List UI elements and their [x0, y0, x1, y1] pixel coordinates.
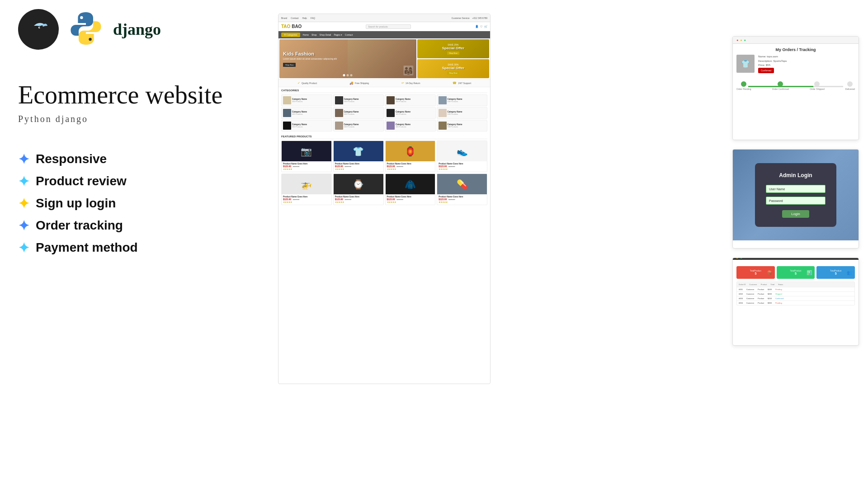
cat-item[interactable]: Category Name 100 Products — [437, 94, 488, 106]
mockup-search-bar[interactable]: Search for products — [366, 24, 411, 29]
cat-item[interactable]: Category Name 100 Products — [333, 120, 384, 131]
subtitle: Python django — [18, 114, 88, 124]
feature-signup: ✦ Sign up login — [18, 196, 138, 211]
cat-item[interactable]: Category Name 100 Products — [385, 120, 436, 131]
stat-3: TotalProduct 5 👥 — [816, 266, 855, 279]
mockup-topnav: Brand Contact Help FAQ — [281, 17, 315, 19]
admin-password-input[interactable]: Password — [766, 197, 826, 205]
bird-icon — [25, 16, 52, 43]
table-row: #004 Customer Product $300 Pending — [737, 300, 854, 305]
nav-contact[interactable]: Contact — [345, 33, 353, 36]
cat-item[interactable]: Category Name 100 Products — [437, 107, 488, 119]
admin-username-input[interactable]: User Name — [766, 185, 826, 193]
product-old-price: $123.00 — [448, 165, 455, 168]
feature-label-payment: Payment method — [36, 240, 138, 255]
product-card[interactable]: 👟 Product Name Goes Here $123.00 $123.00… — [437, 141, 487, 172]
main-banner-btn[interactable]: Shop Now — [283, 63, 296, 67]
screenshot-controls: ● ● ● — [733, 37, 859, 44]
cat-info: Category Name 100 Products — [292, 111, 307, 115]
product-stars: ★★★★★ — [283, 168, 330, 170]
step-label-4: Delivered — [845, 88, 855, 90]
product-old-price: $123.00 — [293, 165, 299, 168]
mockup-account: Customer Service +012 345 6789 — [452, 17, 487, 19]
admin-login-button[interactable]: Login — [782, 210, 809, 218]
cat-item[interactable]: Category Name 100 Products — [437, 120, 488, 131]
col-product: Product — [761, 283, 767, 286]
product-card[interactable]: ⌚ Product Name Goes Here $123.00 $123.00… — [333, 174, 384, 205]
cat-count: 100 Products — [396, 113, 410, 115]
cat-count: 100 Products — [448, 113, 462, 115]
product-card[interactable]: 👕 Product Name Goes Here $123.00 $123.00… — [333, 141, 384, 172]
side-banner-2: SAVE 30% Special Offer Shop Now — [417, 59, 489, 78]
cat-img — [439, 122, 447, 130]
order-tracking-content: My Orders / Tracking 👕 Name: tops.sam De… — [733, 44, 859, 99]
nav-categories[interactable]: ☰ Categories — [281, 33, 300, 37]
cat-item[interactable]: Category Name 100 Products — [281, 107, 332, 119]
nav-shop[interactable]: Shop — [311, 33, 317, 36]
row-status: Pending — [775, 302, 782, 304]
dot-1 — [343, 74, 345, 76]
admin-login-screenshot: Admin Login User Name Password Login — [732, 149, 859, 249]
cat-item[interactable]: Category Name 100 Products — [281, 94, 332, 106]
order-status-button[interactable]: Confirmed — [758, 68, 774, 73]
my-account-icon[interactable]: 👤 — [475, 25, 478, 28]
dot-2 — [347, 74, 349, 76]
nav-pages[interactable]: Pages ▾ — [334, 33, 342, 36]
nav-home[interactable]: Home — [303, 33, 309, 36]
side-banner-1-title: Special Offer — [442, 46, 464, 50]
cat-item[interactable]: Category Name 100 Products — [333, 107, 384, 119]
cat-count: 100 Products — [448, 126, 462, 128]
dashboard-content: TotalProduct 5 📦 TotalProduct 5 📊 TotalP… — [733, 263, 859, 309]
product-card[interactable]: 🏮 Product Name Goes Here $123.00 $123.00… — [385, 141, 436, 172]
dash-dot-yellow — [736, 258, 738, 258]
cat-item[interactable]: Category Name 100 Products — [385, 94, 436, 106]
product-grid: 📷 Product Name Goes Here $123.00 $123.00… — [281, 141, 487, 205]
product-thumbnail: 👕 — [736, 55, 755, 73]
cat-item[interactable]: Category Name 100 Products — [333, 94, 384, 106]
return-text: 14-Day Return — [406, 82, 420, 84]
cat-img — [283, 109, 291, 117]
product-card[interactable]: 💊 Product Name Goes Here $123.00 $123.00… — [437, 174, 487, 205]
feature-label-signup: Sign up login — [36, 196, 116, 211]
nav-shop-detail[interactable]: Shop Detail — [320, 33, 331, 36]
right-panel: ● ● ● My Orders / Tracking 👕 Name: tops.… — [723, 36, 868, 346]
product-info: Product Name Goes Here $123.00 $123.00 ★… — [437, 161, 487, 172]
side-banner-2-btn[interactable]: Shop Now — [447, 71, 459, 75]
product-card[interactable]: 🚁 Product Name Goes Here $123.00 $123.00… — [281, 174, 332, 205]
cat-count: 100 Products — [344, 126, 359, 128]
table-row: #002 Customer Product $200 Shipped — [737, 291, 854, 296]
shipping-icon: 🚚 — [349, 81, 354, 85]
feature-quality: ✓ Quality Product — [297, 81, 317, 85]
main-banner: 👨‍👩‍👧 Kids Fashion Lorem ipsum dolor sit… — [279, 39, 416, 78]
cat-info: Category Name 100 Products — [292, 98, 307, 103]
svg-point-3 — [80, 16, 83, 19]
shipping-text: Free Shipping — [355, 82, 369, 84]
feature-product-review: ✦ Product review — [18, 174, 138, 189]
ecommerce-title: Ecommerce website — [18, 81, 222, 109]
cat-item[interactable]: Category Name 100 Products — [281, 120, 332, 131]
dashboard-stats: TotalProduct 5 📦 TotalProduct 5 📊 TotalP… — [736, 266, 855, 279]
side-banners: SAVE 25% Special Offer Shop Now SAVE 30%… — [417, 39, 489, 78]
bird-logo — [18, 9, 59, 50]
product-info: Product Name Goes Here $123.00 $123.00 ★… — [437, 194, 487, 205]
step-label-1: Order Pending — [736, 88, 751, 90]
cat-img — [335, 109, 343, 117]
row-status: Shipped — [775, 293, 782, 295]
dashboard-screenshot: TotalProduct 5 📦 TotalProduct 5 📊 TotalP… — [732, 258, 859, 346]
mockup-features-bar: ✓ Quality Product 🚚 Free Shipping ↩ 14-D… — [278, 79, 490, 87]
topnav-contact: Contact — [291, 17, 298, 19]
cart-icon[interactable]: 🛒 — [484, 25, 487, 28]
cat-item[interactable]: Category Name 100 Products — [385, 107, 436, 119]
stat-2-value: 5 — [795, 272, 797, 275]
product-info: Product Name Goes Here $123.00 $123.00 ★… — [282, 194, 331, 205]
dashboard-topbar — [732, 258, 859, 260]
order-info-text: Name: tops.sam Description: SportsTops P… — [758, 55, 787, 73]
category-grid: Category Name 100 Products Category Name… — [281, 94, 487, 131]
product-card[interactable]: 🧥 Product Name Goes Here $123.00 $123.00… — [385, 174, 436, 205]
categories-title: CATEGORIES — [281, 89, 487, 93]
mockup-header: TAO BAO Search for products 👤 ♡ 🛒 — [278, 22, 490, 31]
product-card[interactable]: 📷 Product Name Goes Here $123.00 $123.00… — [281, 141, 332, 172]
wishlist-icon[interactable]: ♡ — [480, 25, 482, 28]
cat-info: Category Name 100 Products — [396, 111, 410, 115]
side-banner-1-btn[interactable]: Shop Now — [447, 52, 459, 55]
